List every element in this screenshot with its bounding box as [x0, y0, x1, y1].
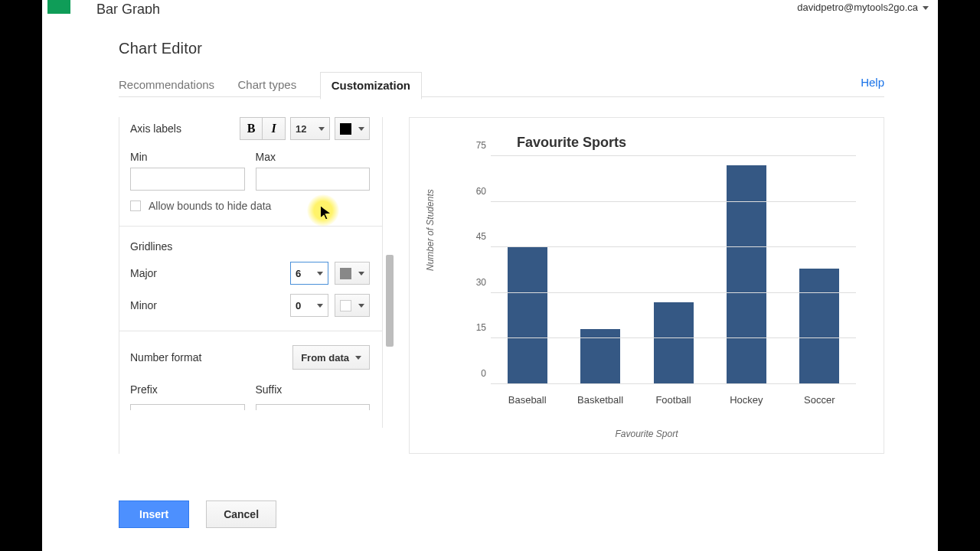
min-label: Min [130, 151, 245, 163]
gridline [491, 383, 856, 384]
x-tick-label: Soccer [785, 394, 854, 406]
axis-labels-toolbar: B I 12 [240, 117, 370, 140]
chart-preview-column: Favourite Sports Number of Students 0153… [409, 117, 884, 454]
allow-bounds-label: Allow bounds to hide data [149, 200, 271, 212]
x-tick-label: Hockey [712, 394, 781, 406]
bar [799, 269, 839, 384]
number-format-value: From data [301, 352, 349, 364]
bar [508, 247, 547, 384]
gridline [491, 155, 856, 156]
y-tick-label: 60 [463, 186, 486, 197]
chevron-down-icon [317, 304, 323, 308]
number-format-heading: Number format [130, 351, 201, 364]
account-menu[interactable]: davidpetro@mytools2go.ca [797, 2, 929, 13]
max-input[interactable] [256, 168, 371, 191]
bold-icon: B [247, 122, 256, 135]
italic-icon: I [271, 122, 276, 135]
gridline [491, 337, 856, 338]
bold-button[interactable]: B [240, 117, 263, 140]
max-label: Max [256, 151, 371, 163]
tab-chart-types[interactable]: Chart types [238, 78, 297, 99]
bar [654, 302, 694, 384]
help-link[interactable]: Help [861, 76, 884, 89]
customization-panel: Axis labels B I 12 Min [119, 117, 383, 454]
y-tick-label: 0 [463, 368, 486, 379]
font-size-select[interactable]: 12 [290, 117, 330, 140]
y-tick-label: 15 [463, 322, 486, 333]
font-size-value: 12 [296, 123, 306, 135]
color-swatch-icon [340, 268, 351, 279]
chart-editor-dialog: Chart Editor Recommendations Chart types… [65, 14, 938, 551]
text-color-button[interactable] [335, 117, 370, 140]
bar [727, 165, 766, 384]
gridline [491, 201, 856, 202]
y-tick-label: 45 [463, 231, 486, 242]
major-gridlines-color[interactable] [335, 262, 370, 285]
y-tick-label: 75 [463, 140, 486, 151]
x-axis-label: Favourite Sport [410, 429, 884, 439]
number-format-section: Number format From data Prefix Suffix [119, 331, 383, 428]
plot-area: 01530456075BaseballBasketballFootballHoc… [491, 156, 856, 384]
minor-gridlines-value: 0 [296, 300, 301, 311]
number-format-select[interactable]: From data [292, 345, 370, 370]
chevron-down-icon [358, 127, 364, 131]
tabs: Recommendations Chart types Customizatio… [119, 71, 884, 97]
prefix-label: Prefix [130, 383, 245, 396]
color-swatch-icon [340, 123, 351, 135]
chevron-down-icon [358, 304, 364, 308]
axis-labels-heading: Axis labels [130, 122, 181, 135]
x-tick-label: Baseball [493, 394, 562, 406]
tab-recommendations[interactable]: Recommendations [119, 72, 214, 99]
major-gridlines-label: Major [130, 267, 157, 279]
x-tick-label: Football [639, 394, 708, 406]
prefix-input[interactable] [130, 404, 245, 410]
user-email: davidpetro@mytools2go.ca [797, 2, 918, 13]
sheets-logo [47, 0, 70, 14]
gridline [491, 292, 856, 293]
chart-title: Favourite Sports [517, 135, 865, 151]
y-axis-label: Number of Students [425, 189, 436, 271]
panel-scrollbar[interactable] [386, 255, 394, 347]
minor-gridlines-color[interactable] [335, 294, 370, 317]
min-input[interactable] [130, 168, 245, 191]
insert-button[interactable]: Insert [119, 500, 189, 528]
chevron-down-icon [923, 6, 929, 10]
italic-button[interactable]: I [263, 117, 286, 140]
chevron-down-icon [358, 272, 364, 276]
dialog-title: Chart Editor [65, 14, 938, 71]
chevron-down-icon [317, 272, 323, 276]
suffix-input[interactable] [256, 404, 371, 410]
gridlines-section: Gridlines Major 6 Minor 0 [119, 226, 383, 331]
x-tick-label: Basketball [566, 394, 635, 406]
color-swatch-icon [340, 300, 351, 311]
gridline [491, 246, 856, 247]
dialog-footer: Insert Cancel [119, 500, 276, 528]
major-gridlines-value: 6 [296, 268, 301, 279]
major-gridlines-select[interactable]: 6 [290, 262, 328, 285]
chevron-down-icon [355, 356, 361, 360]
allow-bounds-checkbox[interactable] [130, 201, 141, 211]
suffix-label: Suffix [256, 383, 371, 396]
minor-gridlines-select[interactable]: 0 [290, 294, 328, 317]
y-tick-label: 30 [463, 277, 486, 288]
gridlines-heading: Gridlines [130, 240, 370, 253]
axis-labels-section: Axis labels B I 12 Min [119, 117, 383, 226]
tab-customization[interactable]: Customization [320, 72, 422, 99]
sheets-header: Bar Graph davidpetro@mytools2go.ca [42, 0, 938, 14]
chart-preview: Favourite Sports Number of Students 0153… [409, 117, 884, 454]
chevron-down-icon [318, 127, 325, 131]
minor-gridlines-label: Minor [130, 299, 157, 311]
cancel-button[interactable]: Cancel [206, 500, 276, 528]
